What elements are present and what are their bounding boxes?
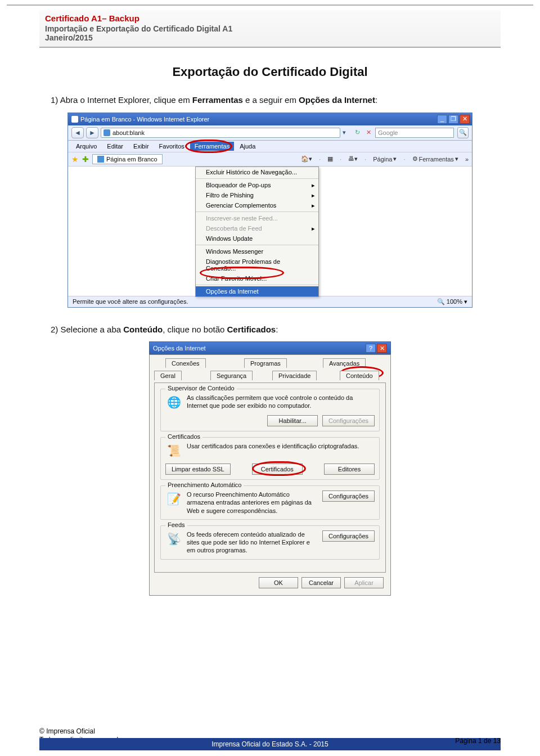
tab-conteudo[interactable]: Conteúdo — [340, 371, 379, 380]
browser-tab[interactable]: Página em Branco — [92, 154, 163, 164]
mi-excluir-historico[interactable]: Excluir Histórico de Navegação... — [196, 167, 318, 177]
search-placeholder: Google — [378, 129, 398, 136]
mi-diagnosticar[interactable]: Diagnosticar Problemas de Conexão... — [196, 256, 318, 273]
expand-icon[interactable]: » — [465, 156, 469, 163]
submenu-arrow-icon: ▸ — [312, 182, 315, 189]
mi-descoberta-feed: Descoberta de Feed▸ — [196, 223, 318, 233]
btn-ok[interactable]: OK — [259, 577, 298, 588]
btn-limpar-ssl[interactable]: Limpar estado SSL — [165, 464, 231, 475]
favorites-icon[interactable]: ★ — [71, 155, 79, 164]
menu-arquivo[interactable]: Arquivo — [71, 142, 101, 151]
footer-page: Página 1 de 13 — [455, 737, 501, 745]
btn-cancel[interactable]: Cancelar — [302, 577, 341, 588]
stop-icon[interactable]: ✕ — [364, 129, 373, 136]
mi-bloqueador-popups[interactable]: Bloqueador de Pop-ups▸ — [196, 180, 318, 190]
tab-geral[interactable]: Geral — [154, 371, 182, 380]
btn-certificados[interactable]: Certificados — [252, 464, 303, 475]
btn-habilitar[interactable]: Habilitar... — [267, 415, 318, 426]
tab-page-icon — [97, 156, 104, 163]
maximize-button[interactable]: ❐ — [448, 115, 458, 124]
legend-certificados: Certificados — [165, 433, 202, 440]
mi-criar-favorito[interactable]: Criar Favorito Móvel... — [196, 273, 318, 284]
menu-separator — [196, 285, 318, 285]
zoom-control[interactable]: 🔍 100% ▾ — [437, 298, 467, 305]
ie-titlebar: Página em Branco - Windows Internet Expl… — [68, 113, 472, 125]
menu-ajuda[interactable]: Ajuda — [235, 142, 260, 151]
address-dropdown-icon[interactable]: ▾ — [343, 129, 350, 136]
menu-separator — [196, 212, 318, 212]
step1-prefix: 1) Abra o Internet Explorer, clique em — [51, 95, 192, 105]
btn-editores[interactable]: Editores — [324, 464, 375, 475]
step1-bold2: Opções da Internet — [299, 95, 375, 105]
page-top-border — [7, 4, 533, 6]
content-area: Exportação do Certificado Digital 1) Abr… — [51, 65, 489, 596]
header-subtitle: Importação e Exportação do Certificado D… — [45, 24, 495, 33]
page-menu[interactable]: Página ▾ — [371, 155, 399, 163]
step1-mid: e a seguir em — [243, 95, 299, 105]
dialog-title: Opções da Internet — [153, 345, 206, 352]
dialog-body: Conexões Programas Avançadas Geral Segur… — [149, 354, 391, 596]
menu-exibir[interactable]: Exibir — [129, 142, 154, 151]
forward-button[interactable]: ► — [86, 127, 98, 138]
ie-tabbar: ★ ✚ Página em Branco 🏠▾ · ▦ · 🖶▾ · Págin… — [68, 152, 472, 166]
add-favorite-icon[interactable]: ✚ — [82, 155, 89, 164]
supervisor-text: As classificações permitem que você cont… — [187, 394, 375, 410]
legend-feeds: Feeds — [165, 521, 187, 528]
tab-seguranca[interactable]: Segurança — [210, 371, 253, 380]
tab-conexoes[interactable]: Conexões — [165, 358, 206, 368]
mi-windows-messenger[interactable]: Windows Messenger — [196, 246, 318, 256]
certificate-icon: 📜 — [165, 442, 182, 459]
mi-gerenciar-complementos[interactable]: Gerenciar Complementos▸ — [196, 200, 318, 210]
close-button[interactable]: ✕ — [460, 115, 470, 124]
tab-label: Página em Branco — [106, 156, 158, 163]
menu-separator — [196, 178, 318, 179]
cert-text: Usar certificados para conexões e identi… — [187, 442, 375, 450]
menu-editar[interactable]: Editar — [102, 142, 128, 151]
document-header: Certificado A1– Backup Importação e Expo… — [39, 10, 501, 48]
mi-opcoes-internet[interactable]: Opções da Internet — [196, 286, 318, 296]
group-feeds: Feeds 📡 Os feeds oferecem conteúdo atual… — [160, 525, 380, 560]
step2-bold2: Certificados — [227, 325, 276, 334]
btn-config-autofill[interactable]: Configurações — [322, 490, 375, 502]
btn-config-supervisor: Configurações — [322, 415, 375, 426]
minimize-button[interactable]: _ — [437, 115, 447, 124]
submenu-arrow-icon: ▸ — [312, 192, 315, 199]
feed-icon[interactable]: ▦ — [325, 155, 335, 163]
btn-apply: Aplicar — [344, 577, 384, 588]
ie-menubar: Arquivo Editar Exibir Favoritos Ferramen… — [68, 141, 472, 152]
back-button[interactable]: ◄ — [71, 127, 84, 138]
submenu-arrow-icon: ▸ — [312, 225, 315, 232]
page-icon — [104, 129, 110, 136]
home-icon[interactable]: 🏠▾ — [299, 155, 314, 163]
mi-windows-update[interactable]: Windows Update — [196, 233, 318, 244]
btn-config-feeds[interactable]: Configurações — [322, 530, 375, 542]
menu-favoritos[interactable]: Favoritos — [155, 142, 189, 151]
tab-avancadas[interactable]: Avançadas — [323, 358, 366, 368]
step1-bold1: Ferramentas — [192, 95, 243, 105]
help-button[interactable]: ? — [366, 344, 376, 353]
internet-options-dialog: Opções da Internet ? ✕ Conexões Programa… — [149, 341, 391, 596]
menu-ferramentas[interactable]: Ferramentas — [190, 142, 234, 151]
header-date: Janeiro/2015 — [45, 33, 495, 42]
search-button[interactable]: 🔍 — [457, 127, 469, 138]
step2-prefix: 2) Selecione a aba — [51, 325, 123, 334]
print-icon[interactable]: 🖶▾ — [346, 155, 360, 163]
tools-menu[interactable]: ⚙ Ferramentas ▾ — [410, 155, 461, 163]
refresh-icon[interactable]: ↻ — [353, 129, 362, 136]
tab-programas[interactable]: Programas — [244, 358, 287, 368]
header-title: Certificado A1– Backup — [45, 14, 495, 23]
menu-separator — [196, 245, 318, 245]
mi-filtro-phishing[interactable]: Filtro de Phishing▸ — [196, 190, 318, 200]
feeds-icon: 📡 — [165, 530, 182, 547]
step-2-text: 2) Selecione a aba Conteúdo, clique no b… — [51, 323, 489, 336]
ferramentas-dropdown: Excluir Histórico de Navegação... Bloque… — [195, 166, 319, 297]
ie-statusbar: Permite que você altere as configurações… — [68, 296, 472, 307]
tab-privacidade[interactable]: Privacidade — [272, 371, 317, 380]
group-supervisor: Supervisor de Conteúdo 🌐 As classificaçõ… — [160, 389, 380, 431]
autofill-icon: 📝 — [165, 490, 182, 507]
address-field[interactable]: about:blank — [101, 128, 340, 138]
search-input[interactable]: Google — [375, 128, 454, 138]
ie-window: Página em Branco - Windows Internet Expl… — [68, 112, 472, 308]
tab-panel-conteudo: Supervisor de Conteúdo 🌐 As classificaçõ… — [154, 382, 386, 573]
dialog-close-button[interactable]: ✕ — [377, 344, 387, 353]
